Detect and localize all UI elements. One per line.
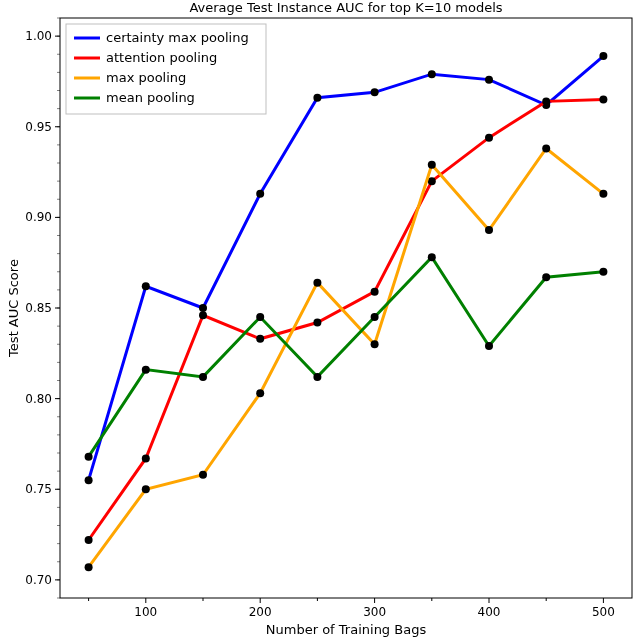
data-marker [371,288,379,296]
data-marker [256,389,264,397]
legend-label-2: max pooling [106,70,186,85]
data-marker [313,279,321,287]
data-marker [142,485,150,493]
ytick-label: 0.70 [25,573,52,587]
ytick-label: 0.75 [25,482,52,496]
ytick-label: 1.00 [25,29,52,43]
xtick-label: 300 [363,605,386,619]
legend-label-0: certainty max pooling [106,30,249,45]
data-marker [313,373,321,381]
data-marker [599,190,607,198]
data-marker [371,313,379,321]
x-axis-label: Number of Training Bags [266,622,427,637]
ytick-label: 0.90 [25,210,52,224]
ytick-label: 0.80 [25,392,52,406]
data-marker [371,88,379,96]
data-marker [428,161,436,169]
data-marker [485,342,493,350]
xtick-label: 100 [134,605,157,619]
legend-label-3: mean pooling [106,90,195,105]
data-marker [142,366,150,374]
data-marker [542,145,550,153]
y-axis-label: Test AUC Score [6,259,21,358]
ytick-label: 0.95 [25,120,52,134]
data-marker [485,226,493,234]
data-marker [85,476,93,484]
data-marker [485,76,493,84]
data-marker [142,454,150,462]
data-marker [199,311,207,319]
data-marker [542,273,550,281]
xtick-label: 400 [478,605,501,619]
ytick-label: 0.85 [25,301,52,315]
data-marker [199,304,207,312]
data-marker [428,253,436,261]
data-marker [599,52,607,60]
data-marker [256,190,264,198]
data-marker [599,96,607,104]
data-marker [485,134,493,142]
xtick-label: 200 [249,605,272,619]
data-marker [85,453,93,461]
xtick-label: 500 [592,605,615,619]
data-marker [256,335,264,343]
data-marker [428,70,436,78]
data-marker [599,268,607,276]
data-marker [85,563,93,571]
data-marker [142,282,150,290]
data-marker [85,536,93,544]
data-marker [256,313,264,321]
chart-title: Average Test Instance AUC for top K=10 m… [189,0,502,15]
data-marker [313,94,321,102]
data-marker [199,373,207,381]
data-marker [199,471,207,479]
data-marker [371,340,379,348]
legend-label-1: attention pooling [106,50,217,65]
data-marker [313,319,321,327]
data-marker [542,97,550,105]
